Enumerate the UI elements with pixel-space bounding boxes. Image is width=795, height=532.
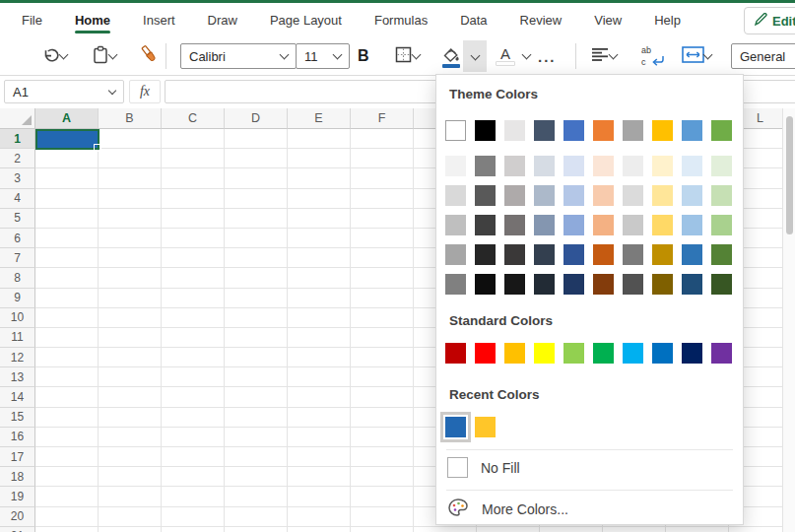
color-swatch[interactable] xyxy=(563,215,584,235)
color-swatch[interactable] xyxy=(652,185,673,206)
tab-data[interactable]: Data xyxy=(460,3,487,37)
color-swatch[interactable] xyxy=(682,185,702,206)
color-swatch[interactable] xyxy=(475,417,496,437)
color-swatch[interactable] xyxy=(682,244,702,265)
color-swatch[interactable] xyxy=(445,417,466,437)
color-swatch[interactable] xyxy=(534,185,555,206)
tab-draw[interactable]: Draw xyxy=(208,3,237,37)
font-size-combo[interactable]: 11 xyxy=(296,43,350,69)
color-swatch[interactable] xyxy=(623,185,643,206)
row-header-15[interactable]: 15 xyxy=(0,408,35,428)
color-swatch[interactable] xyxy=(563,244,584,265)
tab-file[interactable]: File xyxy=(22,3,42,37)
color-swatch[interactable] xyxy=(623,156,643,176)
color-swatch[interactable] xyxy=(534,343,555,364)
column-header-d[interactable]: D xyxy=(225,108,288,129)
color-swatch[interactable] xyxy=(445,244,466,265)
row-header-16[interactable]: 16 xyxy=(0,428,35,447)
row-header-5[interactable]: 5 xyxy=(0,209,35,229)
more-commands-button[interactable]: ... xyxy=(538,37,557,75)
name-box[interactable]: A1 xyxy=(4,80,124,103)
color-swatch[interactable] xyxy=(593,343,614,364)
color-swatch[interactable] xyxy=(593,274,614,295)
fill-color-button[interactable] xyxy=(440,37,462,75)
row-header-10[interactable]: 10 xyxy=(0,308,35,328)
row-header-9[interactable]: 9 xyxy=(0,289,35,308)
color-swatch[interactable] xyxy=(563,343,584,364)
row-header-19[interactable]: 19 xyxy=(0,487,35,506)
color-swatch[interactable] xyxy=(563,120,584,141)
color-swatch[interactable] xyxy=(623,215,643,235)
color-swatch[interactable] xyxy=(445,215,466,235)
column-header-f[interactable]: F xyxy=(351,108,414,129)
row-header-17[interactable]: 17 xyxy=(0,447,35,467)
font-color-button[interactable]: A xyxy=(496,37,530,75)
color-swatch[interactable] xyxy=(652,215,673,235)
color-swatch[interactable] xyxy=(593,215,614,235)
color-swatch[interactable] xyxy=(563,156,584,176)
color-swatch[interactable] xyxy=(475,120,496,141)
color-swatch[interactable] xyxy=(534,215,555,235)
color-swatch[interactable] xyxy=(682,120,702,141)
color-swatch[interactable] xyxy=(711,120,732,141)
color-swatch[interactable] xyxy=(682,215,702,235)
color-swatch[interactable] xyxy=(711,274,732,295)
number-format-combo[interactable]: General xyxy=(731,43,795,69)
row-header-8[interactable]: 8 xyxy=(0,268,35,288)
color-swatch[interactable] xyxy=(623,244,643,265)
color-swatch[interactable] xyxy=(593,120,614,141)
tab-help[interactable]: Help xyxy=(654,3,681,37)
wrap-text-button[interactable]: ab c xyxy=(640,37,664,75)
undo-button[interactable] xyxy=(41,37,67,75)
color-swatch[interactable] xyxy=(475,215,496,235)
color-swatch[interactable] xyxy=(445,156,466,176)
tab-formulas[interactable]: Formulas xyxy=(374,3,428,37)
color-swatch[interactable] xyxy=(475,185,496,206)
color-swatch[interactable] xyxy=(504,185,525,206)
color-swatch[interactable] xyxy=(504,343,525,364)
editing-mode-button[interactable]: Editing xyxy=(744,7,795,34)
column-header-e[interactable]: E xyxy=(288,108,351,129)
row-header-4[interactable]: 4 xyxy=(0,189,35,209)
more-colors-option[interactable]: More Colors... xyxy=(447,498,568,520)
color-swatch[interactable] xyxy=(504,156,525,176)
color-swatch[interactable] xyxy=(504,120,525,141)
format-painter-button[interactable] xyxy=(139,37,160,75)
color-swatch[interactable] xyxy=(563,185,584,206)
color-swatch[interactable] xyxy=(504,274,525,295)
column-header-a[interactable]: A xyxy=(35,108,99,129)
color-swatch[interactable] xyxy=(652,343,673,364)
color-swatch[interactable] xyxy=(623,274,643,295)
scrollbar-thumb[interactable] xyxy=(786,116,793,234)
no-fill-option[interactable]: No Fill xyxy=(447,457,520,478)
color-swatch[interactable] xyxy=(652,274,673,295)
row-header-13[interactable]: 13 xyxy=(0,367,35,387)
color-swatch[interactable] xyxy=(475,244,496,265)
color-swatch[interactable] xyxy=(711,156,732,176)
color-swatch[interactable] xyxy=(593,244,614,265)
color-swatch[interactable] xyxy=(711,215,732,235)
color-swatch[interactable] xyxy=(534,274,555,295)
color-swatch[interactable] xyxy=(445,274,466,295)
tab-page-layout[interactable]: Page Layout xyxy=(270,3,342,37)
color-swatch[interactable] xyxy=(682,343,702,364)
borders-button[interactable] xyxy=(394,37,420,75)
selected-cell-a1[interactable] xyxy=(35,129,99,150)
bold-button[interactable]: B xyxy=(358,37,369,75)
color-swatch[interactable] xyxy=(593,156,614,176)
color-swatch[interactable] xyxy=(445,343,466,364)
tab-home[interactable]: Home xyxy=(75,3,110,37)
color-swatch[interactable] xyxy=(711,343,732,364)
color-swatch[interactable] xyxy=(623,120,643,141)
color-swatch[interactable] xyxy=(563,274,584,295)
color-swatch[interactable] xyxy=(475,274,496,295)
row-header-14[interactable]: 14 xyxy=(0,387,35,407)
color-swatch[interactable] xyxy=(475,156,496,176)
row-header-2[interactable]: 2 xyxy=(0,149,35,168)
row-header-11[interactable]: 11 xyxy=(0,328,35,348)
row-header-3[interactable]: 3 xyxy=(0,168,35,188)
fill-handle[interactable] xyxy=(94,144,101,152)
font-name-combo[interactable]: Calibri xyxy=(180,43,297,69)
vertical-scrollbar[interactable] xyxy=(782,108,795,532)
row-header-21[interactable]: 21 xyxy=(0,527,35,532)
